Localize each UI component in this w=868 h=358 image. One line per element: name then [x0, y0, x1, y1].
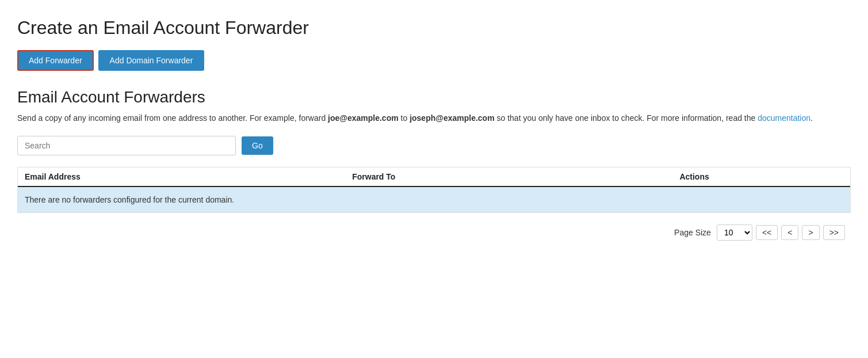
section-title: Email Account Forwarders [17, 88, 851, 106]
action-button-group: Add Forwarder Add Domain Forwarder [17, 50, 851, 71]
go-button[interactable]: Go [242, 136, 273, 155]
page-title: Create an Email Account Forwarder [17, 17, 851, 39]
page-container: Create an Email Account Forwarder Add Fo… [0, 0, 868, 358]
description-text-2: to [399, 113, 410, 123]
col-email-address: Email Address [25, 172, 352, 181]
forwarders-table: Email Address Forward To Actions There a… [17, 167, 851, 213]
pagination-last-button[interactable]: >> [823, 225, 845, 240]
pagination-prev-button[interactable]: < [781, 225, 798, 240]
documentation-link[interactable]: documentation [758, 113, 810, 123]
search-input[interactable] [17, 136, 236, 155]
description-end: . [810, 113, 813, 123]
example-from-email: joe@example.com [328, 113, 399, 123]
table-header: Email Address Forward To Actions [18, 167, 850, 187]
add-domain-forwarder-button[interactable]: Add Domain Forwarder [98, 50, 205, 71]
section-description: Send a copy of any incoming email from o… [17, 112, 823, 124]
pagination-row: Page Size 10 25 50 100 << < > >> [17, 224, 851, 241]
description-text-1: Send a copy of any incoming email from o… [17, 113, 328, 123]
pagination-next-button[interactable]: > [802, 225, 819, 240]
search-row: Go [17, 136, 851, 155]
pagination-first-button[interactable]: << [756, 225, 778, 240]
page-size-select[interactable]: 10 25 50 100 [717, 224, 752, 241]
table-empty-message: There are no forwarders configured for t… [18, 187, 850, 212]
col-actions: Actions [679, 172, 843, 181]
col-forward-to: Forward To [352, 172, 679, 181]
add-forwarder-button[interactable]: Add Forwarder [17, 50, 94, 71]
page-size-label: Page Size [674, 228, 711, 237]
example-to-email: joseph@example.com [410, 113, 494, 123]
description-text-3: so that you only have one inbox to check… [495, 113, 758, 123]
